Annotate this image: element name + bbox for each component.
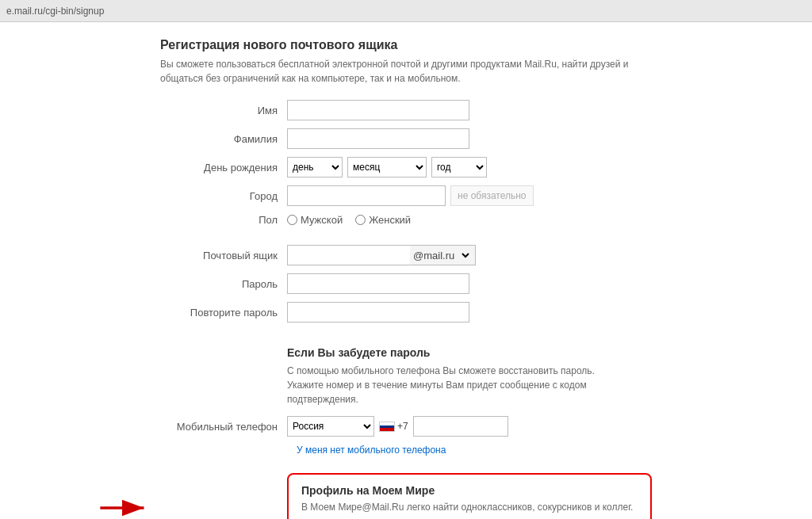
city-label: Город [160, 190, 287, 202]
email-domain-selector: @mail.ru @mail.ru @inbox.ru @list.ru @bk… [410, 245, 476, 265]
email-row: Почтовый ящик @mail.ru @mail.ru @inbox.r… [160, 245, 652, 265]
browser-url: e.mail.ru/cgi-bin/signup [6, 6, 104, 17]
browser-bar: e.mail.ru/cgi-bin/signup [0, 0, 812, 22]
profile-section: Профиль на Моем Мире В Моем Мире@Mail.Ru… [287, 473, 652, 519]
form-container: Регистрация нового почтового ящика Вы см… [160, 38, 652, 519]
page-title: Регистрация нового почтового ящика [160, 38, 652, 52]
city-input[interactable] [287, 185, 446, 206]
password-label: Пароль [160, 278, 287, 290]
profile-section-title: Профиль на Моем Мире [301, 484, 638, 497]
email-domain-select[interactable]: @mail.ru @inbox.ru @list.ru @bk.ru [456, 246, 472, 264]
page-title-section: Регистрация нового почтового ящика Вы см… [160, 38, 652, 86]
gender-male-text: Мужской [301, 214, 343, 226]
arrow-icon [97, 492, 152, 520]
email-domain-text: @mail.ru [413, 250, 454, 261]
password-confirm-field [287, 302, 652, 322]
password-confirm-row: Повторите пароль [160, 302, 652, 322]
phone-field: Россия Украина Беларусь Казахстан +7 [287, 416, 652, 437]
city-row: Город не обязательно [160, 185, 652, 206]
russia-flag-icon [379, 422, 395, 432]
phone-prefix: +7 [397, 421, 408, 432]
name-label: Имя [160, 105, 287, 116]
phone-label: Мобильный телефон [160, 421, 287, 433]
password-field [287, 273, 652, 294]
phone-row: Мобильный телефон Россия Украина Беларус… [160, 416, 652, 437]
birthday-row: День рождения день 12345 678910 11121314… [160, 157, 652, 177]
no-phone-link[interactable]: У меня нет мобильного телефона [297, 445, 652, 456]
optional-label: не обязательно [450, 185, 534, 206]
surname-label: Фамилия [160, 133, 287, 145]
gender-label: Пол [160, 214, 287, 226]
surname-input[interactable] [287, 128, 469, 149]
gender-field: Мужской Женский [287, 214, 652, 226]
password-row: Пароль [160, 273, 652, 294]
password-confirm-label: Повторите пароль [160, 307, 287, 319]
gender-row: Пол Мужской Женский [160, 214, 652, 226]
arrow-indicator [97, 492, 152, 520]
birthday-day-select[interactable]: день 12345 678910 1112131415 1617181920 … [287, 157, 343, 177]
surname-row: Фамилия [160, 128, 652, 149]
phone-input[interactable] [413, 416, 508, 437]
gender-female-text: Женский [369, 214, 411, 226]
page-subtitle: Вы сможете пользоваться бесплатной элект… [160, 57, 652, 86]
password-recovery-title: Если Вы забудете пароль [287, 346, 652, 359]
page-wrapper: Регистрация нового почтового ящика Вы см… [0, 22, 812, 519]
birthday-month-select[interactable]: месяц ЯнварьФевральМартАпрель МайИюньИюл… [347, 157, 427, 177]
surname-field [287, 128, 652, 149]
name-row: Имя [160, 100, 652, 120]
phone-flag: +7 [379, 421, 408, 432]
gender-female-radio[interactable] [355, 215, 366, 225]
password-confirm-input[interactable] [287, 302, 469, 322]
birthday-field: день 12345 678910 1112131415 1617181920 … [287, 157, 652, 177]
mailbox-label: Почтовый ящик [160, 250, 287, 261]
password-input[interactable] [287, 273, 469, 294]
gender-female-label[interactable]: Женский [355, 214, 411, 226]
birthday-year-select[interactable]: год 2000199919981997 1996199519901985 19… [431, 157, 487, 177]
email-input[interactable] [287, 245, 410, 265]
profile-section-desc: В Моем Мире@Mail.Ru легко найти одноклас… [301, 502, 638, 513]
gender-male-label[interactable]: Мужской [287, 214, 343, 226]
profile-section-wrapper: Профиль на Моем Мире В Моем Мире@Mail.Ru… [160, 473, 652, 519]
gender-male-radio[interactable] [287, 215, 297, 225]
email-field: @mail.ru @mail.ru @inbox.ru @list.ru @bk… [287, 245, 652, 265]
password-recovery-section: Если Вы забудете пароль С помощью мобиль… [160, 346, 652, 406]
city-field: не обязательно [287, 185, 652, 206]
name-field [287, 100, 652, 120]
birthday-label: День рождения [160, 162, 287, 174]
password-recovery-desc: С помощью мобильного телефона Вы сможете… [287, 364, 652, 406]
name-input[interactable] [287, 100, 469, 120]
phone-country-select[interactable]: Россия Украина Беларусь Казахстан [287, 416, 374, 437]
